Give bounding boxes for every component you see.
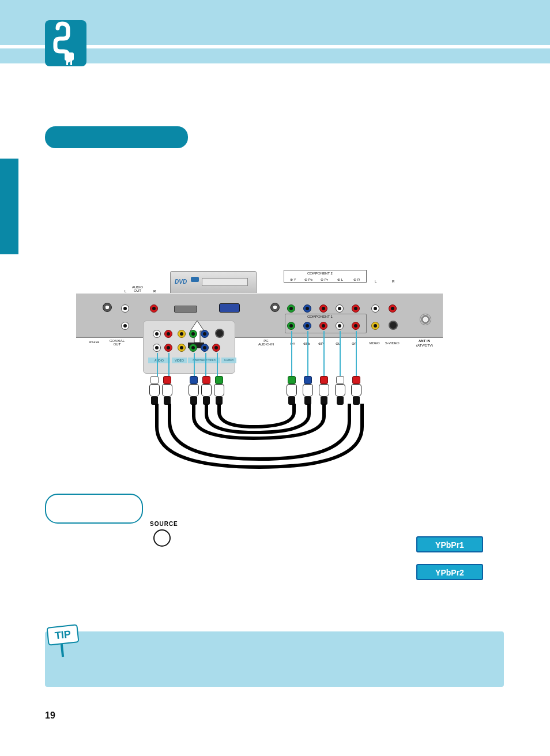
cable-right-redpr [323,331,325,377]
port-audio-out-L-bot [121,322,129,330]
label-c2-pr: ⊕ Pr [321,277,328,281]
component1-frame [285,314,367,333]
label-c2-L: ⊕ L [337,277,343,281]
label-pc-audio-in: PC AUDIO-IN [258,339,274,346]
label-video: VIDEO [369,341,380,345]
dvd-slot [202,278,248,286]
source-button-icon [153,529,171,547]
port-c2-R [352,304,360,313]
ext-port-audio-R2 [164,344,172,352]
tip-callout-box [45,631,504,687]
ext-tab-component-video: COMPONENT VIDEO [188,358,220,363]
plug-left-red [161,376,173,405]
cable-right-white [340,331,341,377]
chapter-side-tab [0,159,18,254]
port-c2-L [336,304,344,313]
label-c2-y: ⊕ Y [290,277,296,281]
plug-right-red [351,376,362,405]
label-ant-in: ANT IN [419,339,430,343]
label-L-top: L [125,289,126,293]
finishing-touches-capsule [45,494,143,524]
ext-port-audio-L2 [153,344,161,352]
port-audio-out-L-top [121,304,129,313]
connections-icon [45,20,86,66]
label-component2: COMPONENT 2 [307,272,333,275]
port-hdmi [174,306,197,313]
cable-left-red [205,353,206,377]
dvd-label-area: DVD [175,276,187,286]
port-av-R [389,304,397,313]
ext-port-comp-y [189,330,197,338]
chip-ypbpr2-label: YPbPr2 [435,568,464,577]
tip-badge: TIP [46,624,79,645]
ext-port-comp-pb [201,330,209,338]
cable-right-green [291,331,292,377]
label-LR-right: R [392,280,394,283]
label-audio-out: AUDIO OUT [132,285,143,292]
ext-port-comp-y2 [189,344,197,352]
cable-right-blue [307,331,308,377]
chip-ypbpr2: YPbPr2 [416,564,483,580]
label-ant-in-sub: (ATV/DTV) [416,344,433,347]
cable-loop-component [190,404,340,444]
ext-tab-svideo: S-VIDEO [221,358,236,363]
ext-port-video [178,330,186,338]
panel-screw-left [103,303,112,312]
ext-port-svideo-top [215,329,224,338]
plug-right-green [286,376,297,405]
port-vga [219,303,240,313]
tv-rear-panel [76,293,443,338]
label-rs232: RS232 [89,340,99,344]
label-c2-R: ⊕ R [353,277,360,281]
source-label: SOURCE [150,521,178,527]
plug-right-redpr [318,376,330,405]
port-c2-y [287,304,295,313]
panel-screw-mid [270,303,280,312]
section-heading-pill [45,126,188,148]
port-c2-pb [303,304,311,313]
tip-badge-label: TIP [54,629,71,642]
port-video [371,322,379,330]
cable-left-red-R [168,353,169,377]
label-coaxial-out: COAXIAL OUT [110,339,125,346]
plug-left-green [213,376,225,405]
cable-left-white-L [157,353,158,377]
ext-tab-video: VIDEO [172,358,187,363]
plug-right-blue [302,376,314,405]
plug-right-white [334,376,346,405]
dvd-disc-icon [191,277,199,282]
svg-rect-0 [65,52,74,61]
port-s-video [389,321,398,330]
ext-port-audio-R [164,330,172,338]
page-number: 19 [45,710,55,721]
label-R-top: R [153,289,156,293]
chip-ypbpr1: YPbPr1 [416,536,483,552]
ext-port-comp-pb2 [201,344,209,352]
ext-tab-audio: AUDIO [148,358,170,363]
plug-left-white [149,376,160,405]
cable-right-red [356,331,357,377]
svg-rect-2 [70,61,72,65]
label-s-video: S-VIDEO [385,341,400,345]
svg-rect-1 [66,61,68,65]
ext-port-comp-pr2 [212,344,220,352]
port-ant-in [420,314,431,325]
dvd-label: DVD [175,279,187,285]
plug-left-red2 [201,376,212,405]
cable-left-green [217,353,218,377]
port-c2-pr [319,304,327,313]
port-av-L [371,304,379,313]
port-audio-out-R-top [150,304,158,313]
label-LR-left: L [375,280,376,283]
ext-port-audio-L [153,330,161,338]
plug-left-blue [188,376,199,405]
ext-port-video2 [178,344,186,352]
cable-left-blue [194,353,195,377]
label-c2-pb: ⊕ Pb [304,277,312,281]
chip-ypbpr1-label: YPbPr1 [435,540,464,550]
